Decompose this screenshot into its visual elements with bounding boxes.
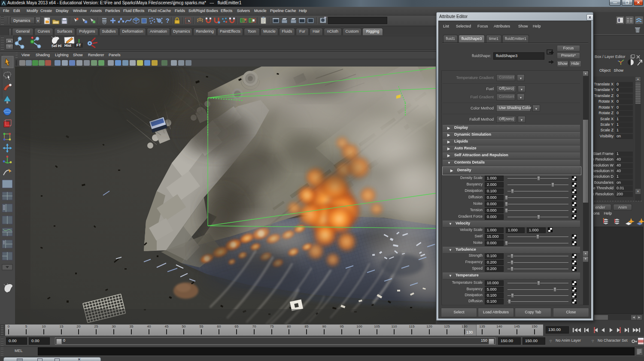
svg-text:?: ? <box>166 17 170 24</box>
